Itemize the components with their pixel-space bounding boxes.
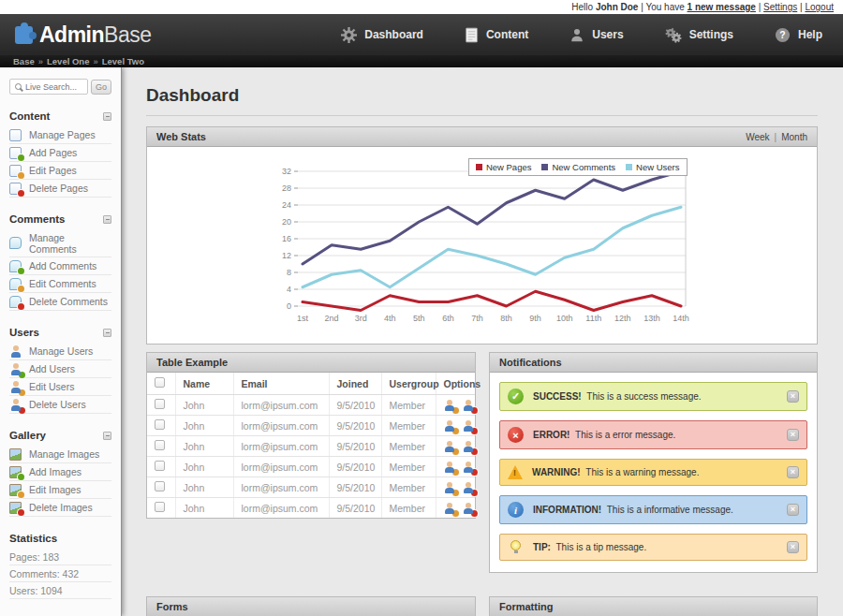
notification-text: INFORMATION! This is a informative messa… [533,505,733,515]
svg-text:16: 16 [281,234,290,243]
collapse-icon[interactable] [103,215,111,224]
web-stats-chart-svg: 0481216202428321st2nd3rd4th5th6th7th8th9… [274,156,691,336]
delete-user-icon[interactable] [463,503,474,514]
sidebar-item[interactable]: Edit Users [9,378,111,396]
legend-label: New Users [636,162,679,172]
settings-gears-icon [665,27,682,43]
edit-user-icon[interactable] [444,482,455,493]
live-search-input[interactable] [25,82,82,92]
main-nav: Dashboard Content Users Settings ? Help [320,27,828,43]
sidebar-item-label: Delete Images [29,502,93,513]
breadcrumb-item[interactable]: Level Two [102,56,144,66]
nav-label: Settings [689,28,733,41]
sidebar-item[interactable]: Add Comments [9,257,111,275]
close-icon[interactable]: × [787,429,799,441]
sidebar-section: UsersManage UsersAdd UsersEdit UsersDele… [9,325,111,414]
comment-icon [9,237,22,249]
sidebar-item-label: Manage Pages [29,129,96,140]
sidebar-item[interactable]: Delete Pages [9,180,111,198]
nav-item-content[interactable]: Content [444,27,549,43]
edit-user-icon[interactable] [444,441,455,452]
page-icon [9,183,22,195]
legend-label: New Pages [486,162,532,172]
settings-link[interactable]: Settings [763,2,797,12]
usergroup-cell: Member [381,498,436,519]
sidebar-section-title: Comments [9,213,65,225]
close-icon[interactable]: × [787,541,799,553]
close-icon[interactable]: × [787,466,799,478]
select-all-checkbox[interactable] [155,377,165,388]
legend-label: New Comments [552,162,615,172]
greeting-text: Hello John Doe [571,2,638,12]
sidebar-section: GalleryManage ImagesAdd ImagesEdit Image… [9,428,111,517]
edit-badge-icon [18,172,24,179]
sidebar-item[interactable]: Edit Pages [9,162,111,180]
row-checkbox[interactable] [155,419,165,430]
delete-user-icon[interactable] [463,462,474,473]
table-row: Johnlorm@ipsum.com9/5/2010Member [147,477,475,498]
row-checkbox[interactable] [155,440,165,450]
collapse-icon[interactable] [103,112,111,121]
sidebar-item[interactable]: Add Images [9,463,111,481]
sidebar-item[interactable]: Manage Images [9,446,111,463]
collapse-icon[interactable] [103,329,111,337]
delete-badge-icon [471,428,478,434]
sidebar-item[interactable]: Delete Users [9,396,111,414]
week-link[interactable]: Week [746,132,769,142]
nav-item-dashboard[interactable]: Dashboard [320,27,444,43]
logout-link[interactable]: Logout [805,2,834,12]
row-checkbox[interactable] [155,399,165,409]
search-go-button[interactable]: Go [91,80,111,95]
edit-user-icon[interactable] [444,400,455,411]
column-header: Usergroup [381,373,436,395]
collapse-icon[interactable] [103,432,111,440]
panel-title: Formatting [499,601,553,612]
sidebar-section: StatisticsPages: 183Comments: 432Users: … [9,531,111,599]
sidebar-item[interactable]: Edit Comments [9,275,111,293]
nav-item-help[interactable]: ? Help [754,27,828,43]
stat-value: Pages: 183 [9,551,59,563]
legend-swatch [541,164,548,170]
svg-text:12th: 12th [614,314,631,323]
delete-user-icon[interactable] [463,420,474,432]
delete-user-icon[interactable] [463,400,474,411]
sidebar-item[interactable]: Add Users [9,360,111,378]
stat-value: Users: 1094 [9,585,63,596]
svg-text:5th: 5th [413,314,425,323]
success-icon: ✓ [508,389,524,404]
sidebar-item[interactable]: Manage Pages [9,126,111,144]
formatting-panel: Formatting Headline Lorem ipsum dolor si… [489,596,818,616]
close-icon[interactable]: × [787,504,799,516]
close-icon[interactable]: × [787,390,799,403]
breadcrumb-item[interactable]: Base [13,56,35,66]
new-message-link[interactable]: 1 new message [688,2,756,12]
sidebar-item[interactable]: Add Pages [9,144,111,162]
row-checkbox[interactable] [155,481,165,491]
sidebar-item[interactable]: Manage Comments [9,229,111,257]
notification-message: This is a warning message. [584,467,700,477]
sidebar-section-title: Statistics [9,533,57,544]
sidebar-item-label: Manage Comments [29,232,111,255]
sidebar-item[interactable]: Delete Images [9,499,111,517]
nav-item-users[interactable]: Users [549,27,643,43]
edit-user-icon[interactable] [444,503,455,514]
edit-user-icon[interactable] [444,462,455,473]
breadcrumb-item[interactable]: Level One [47,56,89,66]
row-checkbox[interactable] [155,502,165,512]
delete-user-icon[interactable] [463,482,474,493]
sidebar-item-label: Edit Pages [29,165,77,176]
month-link[interactable]: Month [781,132,807,142]
sidebar-item-label: Add Pages [29,147,77,158]
delete-user-icon[interactable] [463,441,474,452]
row-checkbox[interactable] [155,461,165,471]
table-header-row: NameEmailJoinedUsergroupOptions [147,373,475,395]
sidebar-item[interactable]: Manage Users [9,343,111,360]
joined-cell: 9/5/2010 [329,477,381,498]
nav-item-settings[interactable]: Settings [644,27,754,43]
app-logo[interactable]: AdminBase [15,22,152,48]
sidebar-item[interactable]: Delete Comments [9,293,111,311]
column-header: Joined [329,373,381,395]
delete-badge-icon [471,448,478,455]
sidebar-item[interactable]: Edit Images [9,481,111,499]
edit-user-icon[interactable] [444,420,455,432]
